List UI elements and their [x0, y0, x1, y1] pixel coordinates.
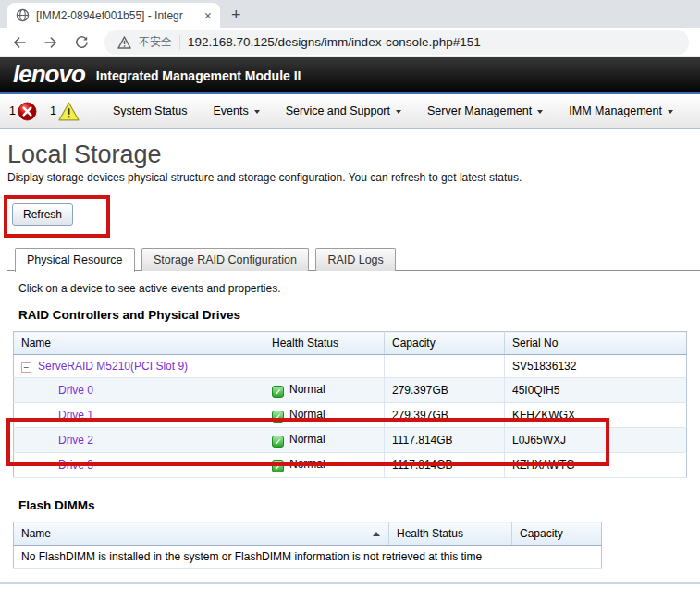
menu-label: Server Management — [427, 104, 532, 117]
page-title: Local Storage — [7, 141, 700, 169]
page-content: Local Storage Display storage devices ph… — [0, 141, 700, 569]
table-row: Drive 2✓Normal1117.814GBL0J65WXJ — [14, 428, 687, 453]
back-icon[interactable] — [11, 34, 28, 51]
url-text[interactable]: 192.168.70.125/designs/imm/index-console… — [188, 35, 481, 49]
device-name-cell: Drive 0 — [14, 378, 264, 403]
globe-icon — [16, 8, 30, 22]
chevron-down-icon — [254, 110, 260, 114]
lenovo-logo: lenovo — [13, 60, 85, 89]
sort-ascending-icon — [373, 532, 380, 536]
no-flashdimm-message: No FlashDIMM is installed in the system … — [14, 546, 602, 569]
capacity-cell — [385, 355, 505, 378]
health-status-cell: ✓Normal — [264, 428, 385, 453]
column-header-capacity: Capacity — [512, 522, 602, 546]
chevron-down-icon — [396, 110, 401, 114]
column-header-name: Name — [14, 332, 264, 355]
menu-label: Events — [214, 104, 249, 117]
browser-tab[interactable]: [IMM2-0894ef001b55] - Integr × — [7, 3, 220, 28]
capacity-cell: 1117.814GB — [385, 428, 505, 453]
omnibox-divider — [179, 35, 180, 50]
table-row: Drive 1✓Normal279.397GBKFHZKWGX — [14, 403, 687, 428]
main-menu: System Status Events Service and Support… — [113, 104, 673, 117]
critical-count: 1 — [9, 104, 16, 117]
chevron-down-icon — [537, 110, 543, 114]
collapse-icon[interactable]: − — [21, 362, 31, 373]
raid-table: Name Health Status Capacity Serial No −S… — [13, 331, 687, 478]
forward-icon[interactable] — [43, 34, 59, 51]
device-link[interactable]: Drive 0 — [58, 384, 93, 397]
health-status-cell: ✓Normal — [264, 403, 385, 428]
tab-physical-resource[interactable]: Physical Resource — [15, 248, 135, 272]
column-header-serial-no: Serial No — [505, 332, 687, 355]
tab-raid-logs[interactable]: RAID Logs — [315, 248, 395, 271]
tab-bar: Physical Resource Storage RAID Configura… — [7, 247, 700, 271]
raid-table-body: −ServeRAID M5210(PCI Slot 9)SV51836132Dr… — [14, 355, 687, 478]
device-link[interactable]: Drive 1 — [58, 409, 93, 422]
column-header-name-sortable[interactable]: Name — [14, 522, 389, 546]
menu-label: Service and Support — [286, 104, 390, 117]
menu-label: System Status — [113, 104, 188, 117]
flash-dimms-table: Name Health Status Capacity No FlashDIMM… — [13, 522, 602, 569]
health-status-cell: ✓Normal — [264, 453, 385, 478]
health-ok-check-icon: ✓ — [272, 411, 284, 423]
health-status-cell: ✓Normal — [264, 378, 385, 403]
not-secure-warning-icon[interactable] — [117, 36, 131, 49]
empty-message-row: No FlashDIMM is installed in the system … — [14, 546, 602, 569]
annotation-box-refresh: Refresh — [4, 195, 110, 238]
capacity-cell: 1117.814GB — [385, 453, 505, 478]
device-link[interactable]: ServeRAID M5210(PCI Slot 9) — [38, 360, 188, 373]
warning-events-badge[interactable]: 1 — [50, 102, 80, 121]
menu-system-status[interactable]: System Status — [113, 104, 188, 117]
menu-server-management[interactable]: Server Management — [427, 104, 543, 117]
tab-title: [IMM2-0894ef001b55] - Integr — [36, 9, 198, 22]
health-status-label: Normal — [289, 383, 325, 396]
device-link[interactable]: Drive 3 — [58, 459, 93, 472]
browser-chrome: [IMM2-0894ef001b55] - Integr × + 不安全 192… — [0, 0, 700, 57]
health-status-label: Normal — [289, 458, 325, 471]
device-name-cell: Drive 1 — [14, 403, 264, 428]
not-secure-label[interactable]: 不安全 — [139, 34, 172, 50]
health-ok-check-icon: ✓ — [272, 460, 284, 472]
column-header-health-status: Health Status — [389, 522, 512, 546]
column-label: Name — [21, 527, 51, 540]
tab-storage-raid-configuration[interactable]: Storage RAID Configuration — [141, 248, 309, 271]
device-link[interactable]: Drive 2 — [58, 434, 93, 447]
product-title: Integrated Management Module II — [96, 68, 301, 83]
menu-imm-management[interactable]: IMM Management — [569, 104, 673, 117]
chevron-down-icon — [668, 110, 673, 114]
menu-label: IMM Management — [569, 104, 662, 117]
serial-no-cell: L0J65WXJ — [505, 428, 687, 453]
serial-no-cell: KZHXAWTG — [505, 453, 687, 478]
table-header-row: Name Health Status Capacity Serial No — [14, 332, 687, 355]
column-header-health-status: Health Status — [264, 332, 385, 355]
serial-no-cell: SV51836132 — [505, 355, 687, 378]
imm-header: lenovo Integrated Management Module II — [0, 57, 700, 94]
table-header-row: Name Health Status Capacity — [14, 522, 602, 546]
device-name-cell: Drive 2 — [14, 428, 264, 453]
device-name-cell: −ServeRAID M5210(PCI Slot 9) — [14, 355, 264, 378]
raid-table-container: Name Health Status Capacity Serial No −S… — [13, 331, 686, 478]
critical-events-badge[interactable]: 1 — [9, 102, 37, 121]
capacity-cell: 279.397GB — [385, 378, 505, 403]
health-status-label: Normal — [289, 408, 325, 421]
health-ok-check-icon: ✓ — [272, 436, 284, 448]
serial-no-cell: 45I0QIH5 — [505, 378, 687, 403]
reload-icon[interactable] — [74, 34, 90, 50]
menu-service-and-support[interactable]: Service and Support — [286, 104, 401, 117]
health-ok-check-icon: ✓ — [272, 386, 284, 398]
raid-section-heading: RAID Controllers and Physical Drives — [18, 308, 700, 322]
imm-nav-bar: 1 1 System Status Events Service and Sup… — [0, 94, 700, 129]
address-bar[interactable]: 不安全 192.168.70.125/designs/imm/index-con… — [104, 30, 689, 55]
refresh-button[interactable]: Refresh — [12, 203, 73, 226]
serial-no-cell: KFHZKWGX — [505, 403, 687, 428]
critical-error-icon — [18, 102, 37, 121]
table-row: −ServeRAID M5210(PCI Slot 9)SV51836132 — [14, 355, 687, 378]
close-tab-icon[interactable]: × — [204, 8, 212, 23]
page-bottom-border — [0, 582, 700, 584]
page-description: Display storage devices physical structu… — [7, 171, 700, 184]
browser-tabstrip: [IMM2-0894ef001b55] - Integr × + — [0, 0, 700, 28]
new-tab-button[interactable]: + — [231, 6, 241, 23]
table-row: Drive 3✓Normal1117.814GBKZHXAWTG — [14, 453, 687, 478]
menu-events[interactable]: Events — [214, 104, 260, 117]
capacity-cell: 279.397GB — [385, 403, 505, 428]
